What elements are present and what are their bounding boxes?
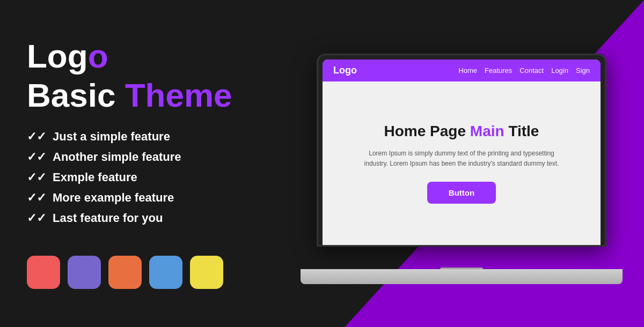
right-panel: Logo Home Features Contact Login Sign Ho… [279, 0, 644, 327]
swatch-purple[interactable] [68, 256, 101, 289]
hero-title-black1: Home Page [384, 123, 466, 139]
check-icon: ✓✓ [27, 170, 46, 184]
list-item: ✓✓ Last feature for you [27, 211, 252, 225]
site-logo: Logo [333, 65, 357, 76]
list-item: ✓✓ Exmple feature [27, 170, 252, 184]
site-navbar: Logo Home Features Contact Login Sign [323, 60, 601, 81]
feature-label: More example feature [53, 191, 174, 205]
list-item: ✓✓ Just a simple feature [27, 130, 252, 144]
laptop-screen-inner: Logo Home Features Contact Login Sign Ho… [323, 60, 601, 245]
swatch-blue[interactable] [149, 256, 182, 289]
hero-description: Lorem Ipsum is simply dummy text of the … [360, 148, 564, 169]
tagline-heading: Basic Theme [27, 77, 252, 114]
nav-features[interactable]: Features [485, 66, 512, 75]
site-nav-links: Home Features Contact Login Sign [458, 66, 590, 75]
check-icon: ✓✓ [27, 211, 46, 225]
laptop-mockup: Logo Home Features Contact Login Sign Ho… [301, 54, 623, 284]
tagline-purple: Theme [125, 77, 232, 114]
features-list: ✓✓ Just a simple feature ✓✓ Another simp… [27, 130, 252, 232]
laptop-screen-outer: Logo Home Features Contact Login Sign Ho… [317, 54, 606, 247]
logo-heading: Logo [27, 38, 252, 75]
feature-label: Last feature for you [53, 211, 163, 225]
feature-label: Just a simple feature [53, 130, 170, 144]
list-item: ✓✓ Another simple feature [27, 150, 252, 164]
hero-title-black2: Title [508, 123, 539, 139]
check-icon: ✓✓ [27, 130, 46, 144]
check-icon: ✓✓ [27, 150, 46, 164]
list-item: ✓✓ More example feature [27, 191, 252, 205]
nav-signup[interactable]: Sign [576, 66, 590, 75]
feature-label: Another simple feature [53, 150, 181, 164]
swatch-yellow[interactable] [190, 256, 223, 289]
hero-button[interactable]: Button [427, 182, 496, 204]
check-icon: ✓✓ [27, 191, 46, 205]
swatch-orange[interactable] [108, 256, 142, 289]
nav-login[interactable]: Login [551, 66, 568, 75]
feature-label: Exmple feature [53, 170, 137, 184]
tagline-white: Basic [27, 77, 115, 114]
nav-home[interactable]: Home [458, 66, 477, 75]
color-swatches [27, 256, 252, 289]
site-hero: Home Page Main Title Lorem Ipsum is simp… [323, 81, 601, 244]
swatch-red[interactable] [27, 256, 60, 289]
nav-contact[interactable]: Contact [519, 66, 544, 75]
laptop-base [301, 269, 623, 284]
hero-title-purple: Main [470, 123, 509, 139]
left-panel: Logo Basic Theme ✓✓ Just a simple featur… [0, 0, 279, 327]
hero-title: Home Page Main Title [384, 122, 539, 140]
